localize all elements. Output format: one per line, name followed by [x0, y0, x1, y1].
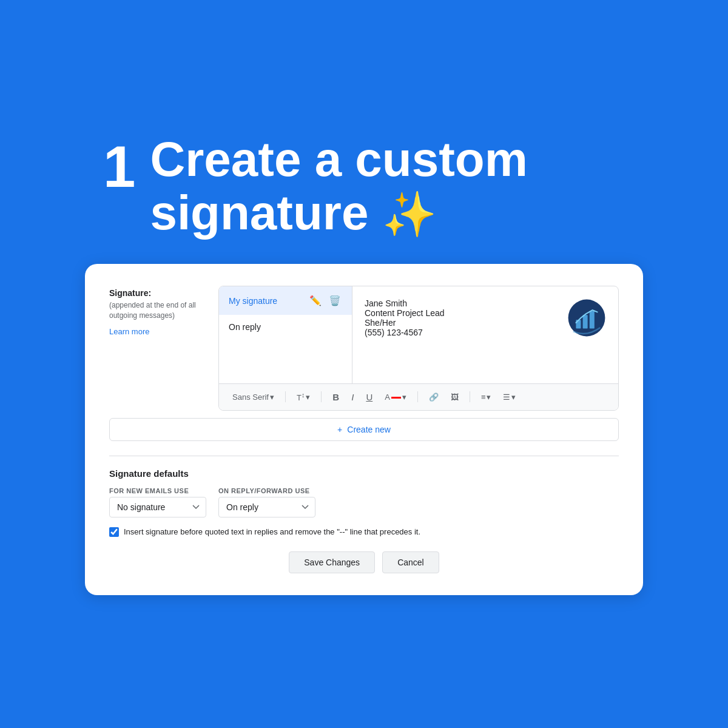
- sig-item-icons: ✏️ 🗑️: [308, 294, 342, 308]
- reply-label: ON REPLY/FORWARD USE: [218, 487, 315, 494]
- list-icon: ☰: [503, 393, 510, 402]
- create-new-label: Create new: [347, 425, 391, 434]
- sig-pronouns: She/Her: [365, 318, 555, 328]
- cancel-button[interactable]: Cancel: [382, 551, 439, 573]
- sig-phone: (555) 123-4567: [365, 328, 555, 337]
- delete-signature-icon[interactable]: 🗑️: [328, 294, 342, 308]
- create-new-button[interactable]: + Create new: [109, 418, 619, 441]
- checkbox-row: Insert signature before quoted text in r…: [109, 527, 619, 537]
- create-new-row: + Create new: [109, 418, 619, 441]
- link-button[interactable]: 🔗: [425, 390, 442, 404]
- sparkle-icon: ✨: [382, 190, 437, 238]
- list-button[interactable]: ☰ ▾: [499, 390, 519, 404]
- sig-defaults-title: Signature defaults: [109, 468, 619, 479]
- text-color-icon: A: [385, 393, 390, 402]
- text-color-chevron: ▾: [402, 393, 406, 402]
- font-size-chevron: ▾: [306, 393, 310, 402]
- align-icon: ≡: [481, 393, 486, 402]
- svg-rect-2: [583, 315, 588, 329]
- actions-row: Save Changes Cancel: [109, 551, 619, 573]
- text-color-swatch: [391, 397, 401, 399]
- insert-sig-label: Insert signature before quoted text in r…: [124, 527, 420, 536]
- formatting-toolbar: Sans Serif ▾ T↕ ▾ B I U A ▾: [219, 383, 618, 410]
- learn-more-link[interactable]: Learn more: [109, 327, 149, 336]
- reply-select[interactable]: No signature My signature On reply: [218, 497, 315, 517]
- sig-name: Jane Smith: [365, 298, 555, 308]
- new-emails-group: FOR NEW EMAILS USE No signature My signa…: [109, 487, 206, 517]
- right-panel: My signature ✏️ 🗑️ On reply Jane S: [218, 286, 619, 410]
- font-size-button[interactable]: T↕ ▾: [293, 389, 314, 405]
- underline-button[interactable]: U: [362, 389, 376, 405]
- sig-item-my-signature[interactable]: My signature ✏️ 🗑️: [219, 286, 352, 315]
- toolbar-divider-2: [321, 391, 322, 402]
- company-logo: [567, 298, 606, 340]
- sig-defaults-section: Signature defaults FOR NEW EMAILS USE No…: [109, 468, 619, 573]
- sig-text-block: Jane Smith Content Project Lead She/Her …: [365, 298, 555, 337]
- align-chevron: ▾: [487, 393, 491, 402]
- align-button[interactable]: ≡ ▾: [477, 390, 495, 404]
- link-icon: 🔗: [429, 393, 439, 402]
- font-family-chevron: ▾: [270, 393, 274, 402]
- sig-item-name-my-signature: My signature: [229, 296, 308, 306]
- edit-signature-icon[interactable]: ✏️: [308, 294, 323, 308]
- sig-list-area: My signature ✏️ 🗑️ On reply Jane S: [219, 286, 618, 383]
- create-new-plus-icon: +: [337, 425, 342, 434]
- save-changes-button[interactable]: Save Changes: [289, 551, 375, 573]
- new-emails-select[interactable]: No signature My signature On reply: [109, 497, 206, 517]
- hero-title-text: Create a custom signature: [150, 132, 527, 240]
- settings-card: Signature: (appended at the end of all o…: [85, 264, 643, 595]
- new-emails-label: FOR NEW EMAILS USE: [109, 487, 206, 494]
- font-family-selector[interactable]: Sans Serif ▾: [229, 390, 278, 404]
- font-family-label: Sans Serif: [232, 393, 269, 402]
- toolbar-divider-1: [285, 391, 286, 402]
- toolbar-divider-4: [470, 391, 470, 402]
- sig-content-header: Jane Smith Content Project Lead She/Her …: [365, 298, 606, 340]
- reply-forward-group: ON REPLY/FORWARD USE No signature My sig…: [218, 487, 315, 517]
- bold-button[interactable]: B: [329, 389, 343, 405]
- left-panel: Signature: (appended at the end of all o…: [109, 286, 218, 410]
- toolbar-divider-3: [417, 391, 418, 402]
- section-divider: [109, 456, 619, 456]
- image-icon: 🖼: [451, 393, 459, 402]
- hero-title: Create a custom signature ✨: [150, 133, 625, 240]
- sig-content-area: Jane Smith Content Project Lead She/Her …: [352, 286, 618, 383]
- image-button[interactable]: 🖼: [447, 390, 462, 404]
- font-size-icon: T↕: [297, 391, 305, 402]
- sig-item-on-reply[interactable]: On reply: [219, 315, 352, 339]
- dropdowns-row: FOR NEW EMAILS USE No signature My signa…: [109, 487, 619, 517]
- card-inner: Signature: (appended at the end of all o…: [109, 286, 619, 410]
- sig-job-title: Content Project Lead: [365, 308, 555, 318]
- text-color-button[interactable]: A ▾: [381, 390, 410, 404]
- signature-label: Signature:: [109, 288, 218, 298]
- hero-section: 1 Create a custom signature ✨: [103, 133, 625, 240]
- insert-sig-checkbox[interactable]: [109, 527, 119, 537]
- italic-button[interactable]: I: [348, 389, 357, 405]
- svg-rect-3: [590, 311, 595, 329]
- list-chevron: ▾: [511, 393, 516, 402]
- sig-list: My signature ✏️ 🗑️ On reply: [219, 286, 352, 383]
- signature-sublabel: (appended at the end of all outgoing mes…: [109, 300, 218, 321]
- sig-item-name-on-reply: On reply: [229, 322, 342, 332]
- step-number: 1: [103, 138, 135, 196]
